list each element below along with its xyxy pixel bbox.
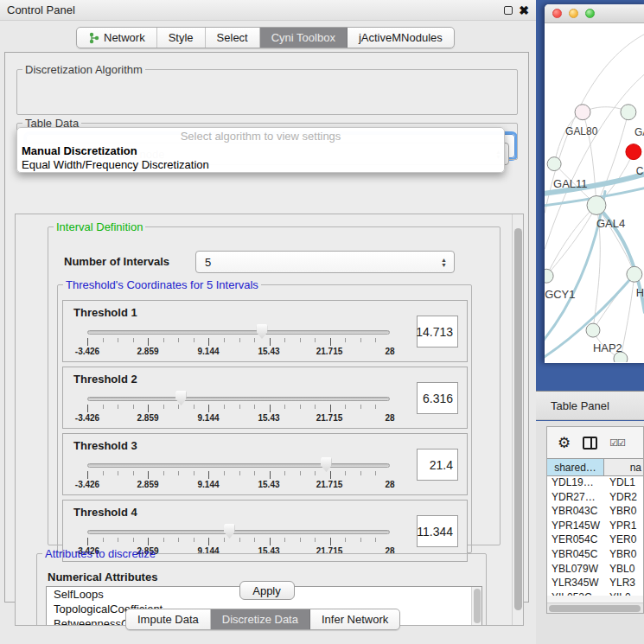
bottom-tab-bar: Impute Data Discretize Data Infer Networ… bbox=[125, 609, 400, 630]
threshold-value-field[interactable]: 21.4 bbox=[417, 449, 458, 481]
table-row[interactable]: YER054CYER0 bbox=[547, 533, 643, 548]
slider-ticks bbox=[87, 338, 390, 346]
table-horizontal-scrollbar[interactable] bbox=[547, 603, 643, 613]
table-row[interactable]: YDR27…YDR2 bbox=[547, 491, 643, 506]
panel-title: Control Panel bbox=[7, 3, 75, 16]
tab-label: jActiveMNodules bbox=[359, 31, 443, 44]
number-of-intervals-label: Number of Intervals bbox=[64, 255, 169, 268]
group-title: Attributes to discretize bbox=[42, 547, 158, 560]
slider-thumb[interactable] bbox=[321, 457, 332, 472]
network-icon bbox=[88, 32, 99, 44]
tab-label: Discretize Data bbox=[222, 613, 298, 626]
slider-thumb[interactable] bbox=[175, 391, 187, 405]
table-header: shared… na bbox=[547, 458, 643, 476]
dropdown-prompt: Select algorithm to view settings bbox=[17, 130, 504, 144]
mac-minimize-icon[interactable] bbox=[569, 9, 578, 18]
mac-zoom-icon[interactable] bbox=[585, 9, 595, 18]
tab-impute-data[interactable]: Impute Data bbox=[126, 609, 211, 629]
node-label: C bbox=[636, 165, 644, 177]
tab-discretize-data[interactable]: Discretize Data bbox=[211, 609, 310, 629]
threshold-value-field[interactable]: 6.316 bbox=[417, 382, 458, 414]
slider-track[interactable] bbox=[87, 397, 390, 401]
threshold-label: Threshold 1 bbox=[73, 306, 137, 319]
table-row[interactable]: YIL052CYIL0 bbox=[547, 591, 643, 596]
tab-label: Select bbox=[217, 31, 248, 44]
node-label: H bbox=[636, 286, 644, 299]
column-header-shared[interactable]: shared… bbox=[547, 459, 604, 475]
list-scrollbar[interactable] bbox=[471, 587, 481, 626]
table-row[interactable]: YDL19…YDL1 bbox=[547, 476, 643, 491]
threshold-row: Threshold 2 -3.426 2.859 9.144 15.43 21.… bbox=[62, 367, 468, 429]
slider-thumb[interactable] bbox=[224, 524, 235, 539]
threshold-slider[interactable]: -3.426 2.859 9.144 15.43 21.715 28 bbox=[87, 327, 390, 358]
select-columns-checkboxes-icon[interactable]: ☑☑ bbox=[609, 437, 625, 449]
dropdown-item-manual-discretization[interactable]: Manual Discretization bbox=[17, 144, 504, 158]
dropdown-item-equal-width[interactable]: Equal Width/Frequency Discretization bbox=[17, 158, 504, 172]
settings-scrollbar[interactable] bbox=[512, 214, 523, 625]
table-row[interactable]: YBR045CYBR0 bbox=[547, 548, 643, 563]
slider-thumb[interactable] bbox=[257, 324, 268, 339]
slider-tick-labels: -3.426 2.859 9.144 15.43 21.715 28 bbox=[87, 480, 390, 490]
columns-icon[interactable] bbox=[583, 437, 597, 450]
node-label: GCY1 bbox=[545, 288, 575, 301]
top-tab-bar: Network Style Select Cyni Toolbox jActiv… bbox=[76, 27, 455, 48]
table-panel: ⚙ ☑☑ shared… na YDL19…YDL1 YDR27…YDR2 YB… bbox=[536, 421, 644, 644]
tab-select[interactable]: Select bbox=[206, 28, 260, 48]
desktop-background: GAL80 GA C GAL11 GAL4 GCY1 H HAP2 Table … bbox=[536, 0, 644, 644]
node-label: GA bbox=[634, 126, 644, 138]
slider-track[interactable] bbox=[87, 330, 390, 335]
node-gal4 bbox=[587, 195, 606, 214]
table-toolbar: ⚙ ☑☑ bbox=[547, 427, 643, 458]
group-title: Threshold's Coordinates for 5 Intervals bbox=[63, 278, 261, 291]
node-label: GAL11 bbox=[553, 177, 587, 190]
network-view-window: GAL80 GA C GAL11 GAL4 GCY1 H HAP2 bbox=[545, 4, 644, 363]
tab-style[interactable]: Style bbox=[157, 28, 206, 48]
table-row[interactable]: YLR345WYLR3 bbox=[547, 577, 643, 591]
discretization-algorithm-group: Discretization Algorithm bbox=[16, 63, 518, 115]
settings-scrollpane: Interval Definition Number of Intervals … bbox=[15, 214, 524, 626]
algorithm-dropdown-popup: Select algorithm to view settings Manual… bbox=[16, 127, 505, 173]
slider-tick-labels: -3.426 2.859 9.144 15.43 21.715 28 bbox=[87, 413, 390, 424]
network-window-titlebar bbox=[545, 4, 644, 23]
number-of-intervals-combobox[interactable]: 5 ▲▼ bbox=[195, 251, 455, 273]
table-row[interactable]: YPR145WYPR1 bbox=[547, 520, 643, 534]
tab-jactivemnodules[interactable]: jActiveMNodules bbox=[348, 28, 454, 48]
slider-track[interactable] bbox=[87, 463, 390, 468]
threshold-value-field[interactable]: 11.344 bbox=[417, 515, 458, 547]
mac-close-icon[interactable] bbox=[552, 9, 562, 18]
slider-ticks bbox=[87, 405, 390, 412]
tab-infer-network[interactable]: Infer Network bbox=[310, 609, 399, 629]
group-title: Discretization Algorithm bbox=[22, 63, 145, 76]
node-label: GAL80 bbox=[565, 125, 598, 137]
cyni-toolbox-panel: Discretization Algorithm Table Data galF… bbox=[4, 52, 529, 603]
threshold-slider[interactable]: -3.426 2.859 9.144 15.43 21.715 28 bbox=[87, 460, 390, 491]
node-label: HAP2 bbox=[593, 341, 622, 354]
node-highlighted-red bbox=[626, 144, 641, 160]
number-of-intervals-value: 5 bbox=[205, 256, 211, 269]
table-row[interactable]: YBL079WYBL0 bbox=[547, 563, 643, 577]
table-row[interactable]: YBR043CYBR0 bbox=[547, 505, 643, 520]
node-hap2 bbox=[586, 323, 600, 337]
table-panel-titlebar: Table Panel bbox=[536, 391, 644, 420]
slider-ticks bbox=[87, 471, 390, 479]
spinner-arrows-icon: ▲▼ bbox=[441, 258, 447, 267]
node-gcy1 bbox=[545, 269, 553, 283]
tab-label: Style bbox=[169, 31, 194, 44]
threshold-slider[interactable]: -3.426 2.859 9.144 15.43 21.715 28 bbox=[87, 393, 390, 424]
threshold-value-field[interactable]: 14.713 bbox=[417, 316, 458, 348]
numerical-attributes-label: Numerical Attributes bbox=[48, 571, 157, 583]
control-panel-titlebar: Control Panel ✖ bbox=[0, 0, 536, 21]
close-icon[interactable]: ✖ bbox=[519, 6, 529, 15]
threshold-label: Threshold 4 bbox=[73, 506, 137, 519]
gear-icon[interactable]: ⚙ bbox=[558, 436, 571, 450]
tab-cyni-toolbox[interactable]: Cyni Toolbox bbox=[260, 28, 348, 48]
float-window-icon[interactable] bbox=[504, 6, 513, 15]
tab-network[interactable]: Network bbox=[77, 28, 157, 48]
slider-track[interactable] bbox=[87, 530, 390, 534]
apply-button[interactable]: Apply bbox=[239, 581, 295, 600]
column-header-name[interactable]: na bbox=[604, 459, 643, 475]
node-label: GAL4 bbox=[596, 217, 625, 230]
network-graph-canvas[interactable]: GAL80 GA C GAL11 GAL4 GCY1 H HAP2 bbox=[545, 23, 644, 362]
threshold-row: Threshold 1 -3.426 2.859 9.144 15.43 21.… bbox=[62, 300, 468, 362]
slider-ticks bbox=[87, 538, 390, 545]
